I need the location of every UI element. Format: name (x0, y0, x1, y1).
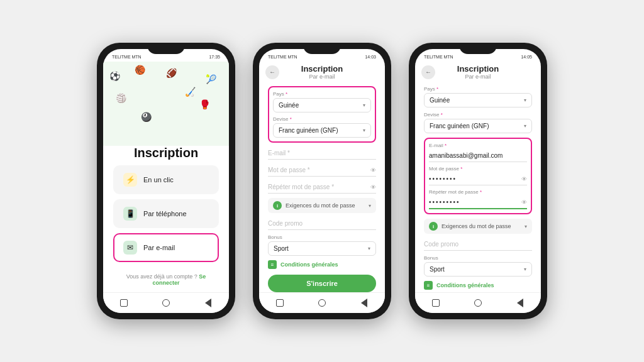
pays-value: Guinée (279, 102, 363, 109)
eye-icon-2[interactable]: 👁 (370, 184, 376, 190)
back-btn-bottom-3[interactable] (472, 297, 484, 309)
repeat-placeholder: Répéter mot de passe * (268, 184, 334, 190)
home-btn-1[interactable] (118, 297, 130, 309)
pays-select[interactable]: Guinée ▾ (273, 98, 371, 112)
devise-value-3: Franc guinéen (GNF) (430, 123, 524, 129)
exigences-row[interactable]: i Exigences du mot de passe ▾ (268, 198, 376, 213)
conditions-row-3[interactable]: ≡ Conditions générales (424, 281, 532, 290)
devise-chevron-3: ▾ (524, 123, 526, 129)
phone-1-screen: TELITME MTN 17:35 ⚽ 🏀 🎾 🏐 🥊 🎱 (103, 49, 229, 313)
email-input-3[interactable]: amanibassabi@gmail.com (429, 150, 527, 162)
devise-label: Devise * (273, 116, 371, 122)
pays-select-3[interactable]: Guinée ▾ (424, 93, 532, 107)
square-icon-3 (432, 299, 440, 307)
phone-1: TELITME MTN 17:35 ⚽ 🏀 🎾 🏐 🥊 🎱 (97, 43, 235, 319)
exigences-label: Exigences du mot de passe (286, 202, 355, 209)
bonus-select-3[interactable]: Sport ▾ (424, 262, 532, 277)
password-placeholder: Mot de passe * (268, 167, 310, 173)
exigences-row-3[interactable]: i Exigences du mot de passe ▾ (424, 219, 532, 234)
repeat-input-3[interactable]: ••••••••• 👁 (429, 196, 527, 209)
eye-icon-3[interactable]: 👁 (521, 176, 527, 182)
home-btn-3[interactable] (430, 297, 442, 309)
password-field-3: Mot de passe * •••••••• 👁 (429, 166, 527, 185)
option-en-un-clic[interactable]: ⚡ En un clic (113, 165, 219, 194)
email-group-highlighted: E-mail * amanibassabi@gmail.com Mot de p… (424, 138, 532, 214)
repeat-password-input[interactable]: Répéter mot de passe * 👁 (268, 181, 376, 194)
password-input-3[interactable]: •••••••• 👁 (429, 173, 527, 185)
phone-2-form: Pays * Guinée ▾ Devise * Franc guinéen (… (259, 82, 385, 292)
status-left-2: TELITME MTN (268, 55, 297, 59)
conditions-icon-3: ≡ (424, 281, 433, 290)
phone-3-subtitle: Par e-mail (465, 74, 491, 80)
conditions-label-3: Conditions générales (436, 282, 494, 288)
phone-3-notch (459, 43, 497, 54)
phone-1-notch (147, 43, 185, 54)
bonus-chevron: ▾ (368, 246, 370, 251)
back-btn-2[interactable]: ← (265, 65, 279, 79)
code-promo-input[interactable]: Code promo (268, 217, 376, 230)
devise-select-3[interactable]: Franc guinéen (GNF) ▾ (424, 119, 532, 133)
sincrire-btn-2[interactable]: S'inscrire (268, 275, 376, 292)
bonus-value-3: Sport (430, 266, 524, 273)
pays-chevron: ▾ (363, 102, 365, 108)
hero-icon-1: ⚽ (109, 71, 120, 81)
status-left-1: TELITME MTN (112, 55, 142, 59)
phone-3-wrapper: TELITME MTN 14:05 ← Inscription Par e-ma… (409, 43, 547, 319)
home-btn-2[interactable] (274, 297, 286, 309)
option-par-telephone[interactable]: 📱 Par téléphone (113, 199, 219, 228)
password-input[interactable]: Mot de passe * 👁 (268, 164, 376, 177)
conditions-icon: ≡ (268, 260, 277, 269)
repeat-password-field: Répéter mot de passe * 👁 (268, 181, 376, 194)
phone-1-bottom-nav (103, 292, 229, 313)
password-value-3: •••••••• (429, 175, 521, 182)
email-field-3: E-mail * amanibassabi@gmail.com (429, 143, 527, 162)
bonus-chevron-3: ▾ (524, 266, 526, 272)
repeat-label-3: Répéter mot de passe * (429, 189, 527, 195)
nav-btn-1[interactable] (202, 297, 214, 309)
hero-icon-8: 🏑 (185, 87, 196, 97)
status-right-3: 14:05 (521, 55, 532, 59)
back-btn-3[interactable]: ← (421, 65, 435, 79)
devise-field: Devise * Franc guinéen (GNF) ▾ (273, 116, 371, 138)
status-right-1: 17:35 (209, 55, 220, 59)
pays-chevron-3: ▾ (524, 97, 526, 103)
back-btn-bottom-2[interactable] (316, 297, 328, 309)
email-icon: ✉ (123, 241, 137, 255)
bonus-field: Bonus Sport ▾ (268, 234, 376, 256)
eye-icon-1[interactable]: 👁 (370, 167, 376, 173)
option-par-telephone-label: Par téléphone (143, 210, 187, 217)
inscription-options: ⚡ En un clic 📱 Par téléphone ✉ Par e-mai… (103, 165, 229, 268)
devise-select[interactable]: Franc guinéen (GNF) ▾ (273, 123, 371, 138)
bonus-field-3: Bonus Sport ▾ (424, 255, 532, 277)
bonus-select[interactable]: Sport ▾ (268, 241, 376, 256)
square-icon-2 (276, 299, 284, 307)
phone-3-form: Pays * Guinée ▾ Devise * Franc guinéen (… (415, 82, 541, 292)
eye-icon-4[interactable]: 👁 (521, 199, 527, 206)
pays-value-3: Guinée (430, 97, 524, 104)
conditions-row[interactable]: ≡ Conditions générales (268, 260, 376, 269)
bonus-value: Sport (274, 245, 368, 252)
screen1-footer: Vous avez déjà un compte ? Se connecter (103, 268, 229, 292)
code-promo-placeholder-3: Code promo (424, 241, 458, 248)
nav-btn-2[interactable] (358, 297, 370, 309)
back-btn-1[interactable] (160, 297, 172, 309)
info-icon: i (273, 201, 282, 210)
hero-icon-4: 🏐 (116, 93, 126, 103)
hero-icon-2: 🏀 (135, 65, 145, 75)
devise-label-3: Devise * (424, 112, 532, 118)
email-input[interactable]: E-mail * (268, 147, 376, 160)
password-label-3: Mot de passe * (429, 166, 527, 172)
triangle-icon-3 (517, 299, 523, 307)
hero-icons-bg: ⚽ 🏀 🎾 🏐 🥊 🎱 🏈 🏑 (103, 62, 229, 146)
option-par-email[interactable]: ✉ Par e-mail (113, 233, 219, 262)
email-label-3: E-mail * (429, 143, 527, 148)
exigences-label-3: Exigences du mot de passe (441, 223, 511, 229)
pays-label-3: Pays * (424, 86, 532, 92)
code-promo-input-3[interactable]: Code promo (424, 238, 532, 251)
phone-2-notch (303, 43, 341, 54)
phone-2-subtitle: Par e-mail (309, 74, 335, 80)
nav-btn-3[interactable] (514, 297, 526, 309)
phone-icon: 📱 (123, 207, 137, 221)
devise-value: Franc guinéen (GNF) (279, 127, 363, 134)
pays-label: Pays * (273, 91, 371, 97)
